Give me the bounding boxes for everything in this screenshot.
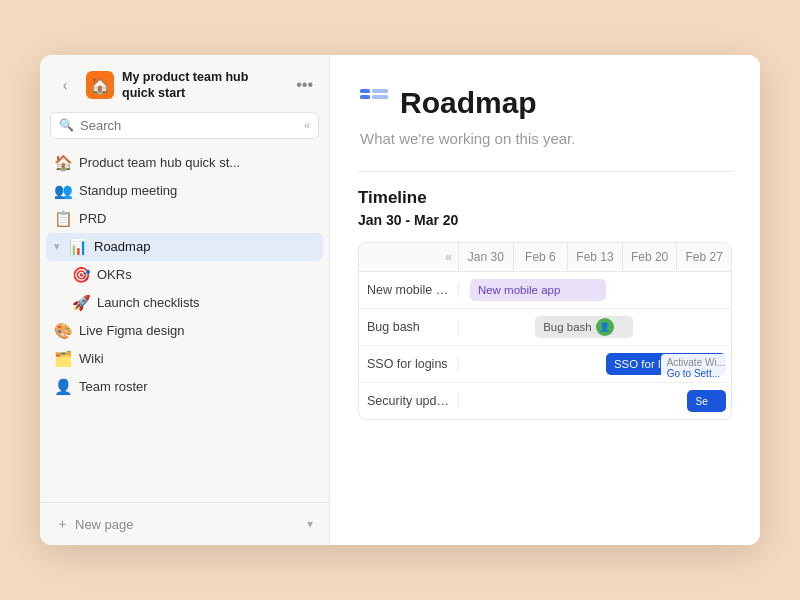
sidebar-item-launch-checklists[interactable]: 🚀 Launch checklists xyxy=(46,289,323,317)
roadmap-icon: 📊 xyxy=(69,238,87,256)
sidebar-item-label: Live Figma design xyxy=(79,323,315,338)
sidebar-item-product-team-hub[interactable]: 🏠 Product team hub quick st... xyxy=(46,149,323,177)
sidebar-item-label: PRD xyxy=(79,211,315,226)
back-button[interactable]: ‹ xyxy=(52,72,78,98)
timeline-row-security-updates: Security updates Se xyxy=(359,383,731,419)
plus-icon: ＋ xyxy=(56,515,69,533)
sidebar-nav: 🏠 Product team hub quick st... 👥 Standup… xyxy=(40,147,329,503)
collapse-sidebar-button[interactable]: « xyxy=(304,119,310,131)
timeline-header: « Jan 30 Feb 6 Feb 13 Feb 20 Feb 27 xyxy=(359,243,731,272)
sidebar-item-team-roster[interactable]: 👤 Team roster xyxy=(46,373,323,401)
sidebar-item-wiki[interactable]: 🗂️ Wiki xyxy=(46,345,323,373)
svg-rect-3 xyxy=(372,95,388,99)
sidebar-item-label: Wiki xyxy=(79,351,315,366)
row-bars-bug-bash: Bug bash 👤 xyxy=(459,309,731,345)
row-label-bug-bash: Bug bash xyxy=(359,320,459,334)
row-label-new-mobile-app: New mobile app xyxy=(359,283,459,297)
people-icon: 👥 xyxy=(54,182,72,200)
wiki-icon: 🗂️ xyxy=(54,350,72,368)
bar-new-mobile-app[interactable]: New mobile app xyxy=(470,279,606,301)
sidebar-item-label: Product team hub quick st... xyxy=(79,155,315,170)
timeline-container: « Jan 30 Feb 6 Feb 13 Feb 20 Feb 27 New … xyxy=(358,242,732,420)
timeline-row-bug-bash: Bug bash Bug bash 👤 xyxy=(359,309,731,346)
sidebar-item-okrs[interactable]: 🎯 OKRs xyxy=(46,261,323,289)
date-cell-feb6: Feb 6 xyxy=(514,243,569,271)
date-cell-feb27: Feb 27 xyxy=(677,243,731,271)
new-page-label: New page xyxy=(75,517,134,532)
sidebar: ‹ 🏠 My product team hub quick start ••• … xyxy=(40,55,330,545)
sidebar-item-label: Standup meeting xyxy=(79,183,315,198)
sidebar-item-prd[interactable]: 📋 PRD xyxy=(46,205,323,233)
timeline-row-sso-for-logins: SSO for logins SSO for logins Activate W… xyxy=(359,346,731,383)
row-bars-sso-for-logins: SSO for logins Activate Wi... Go to Sett… xyxy=(459,346,731,382)
date-range: Jan 30 - Mar 20 xyxy=(358,212,732,228)
bar-label: Bug bash xyxy=(543,321,592,333)
go-to-settings[interactable]: Go to Sett... xyxy=(667,368,725,379)
date-cell-jan30: Jan 30 xyxy=(459,243,514,271)
row-label-sso-for-logins: SSO for logins xyxy=(359,357,459,371)
main-content: Roadmap What we're working on this year.… xyxy=(330,55,760,545)
rocket-icon: 🚀 xyxy=(72,294,90,312)
home-icon: 🏠 xyxy=(54,154,72,172)
clipboard-icon: 📋 xyxy=(54,210,72,228)
main-body: Roadmap What we're working on this year.… xyxy=(330,55,760,545)
page-title: Roadmap xyxy=(400,86,537,120)
more-button[interactable]: ••• xyxy=(292,74,317,96)
svg-rect-0 xyxy=(360,89,370,93)
activate-text: Activate Wi... xyxy=(667,357,725,368)
row-bars-security-updates: Se xyxy=(459,383,731,419)
sidebar-item-label: Team roster xyxy=(79,379,315,394)
chevron-down-icon: ▾ xyxy=(307,517,313,531)
date-cell-feb13: Feb 13 xyxy=(568,243,623,271)
sidebar-item-label: OKRs xyxy=(97,267,315,282)
sidebar-item-live-figma-design[interactable]: 🎨 Live Figma design xyxy=(46,317,323,345)
bar-bug-bash[interactable]: Bug bash 👤 xyxy=(535,316,633,338)
sidebar-header: ‹ 🏠 My product team hub quick start ••• xyxy=(40,55,329,112)
activate-overlay: Activate Wi... Go to Sett... xyxy=(661,354,731,382)
timeline-row-new-mobile-app: New mobile app New mobile app xyxy=(359,272,731,309)
row-bars-new-mobile-app: New mobile app xyxy=(459,272,731,308)
sidebar-item-roadmap[interactable]: ▾ 📊 Roadmap xyxy=(46,233,323,261)
svg-rect-2 xyxy=(372,89,388,93)
search-icon: 🔍 xyxy=(59,118,74,132)
chevron-icon: ▾ xyxy=(54,240,60,253)
workspace-title: My product team hub quick start xyxy=(122,69,284,102)
search-input[interactable] xyxy=(80,118,298,133)
sidebar-item-label: Roadmap xyxy=(94,239,315,254)
avatar-bug-bash: 👤 xyxy=(596,318,614,336)
search-bar: 🔍 « xyxy=(50,112,319,139)
target-icon: 🎯 xyxy=(72,266,90,284)
divider xyxy=(358,171,732,172)
sidebar-item-standup-meeting[interactable]: 👥 Standup meeting xyxy=(46,177,323,205)
section-title: Timeline xyxy=(358,188,732,208)
svg-rect-1 xyxy=(360,95,370,99)
date-cell-feb20: Feb 20 xyxy=(623,243,678,271)
new-page-button[interactable]: ＋ New page ▾ xyxy=(50,511,319,537)
bar-label: Se xyxy=(695,396,707,407)
workspace-icon: 🏠 xyxy=(86,71,114,99)
sidebar-item-label: Launch checklists xyxy=(97,295,315,310)
timeline-date-col: Jan 30 Feb 6 Feb 13 Feb 20 Feb 27 xyxy=(459,243,731,271)
collapse-timeline-button[interactable]: « xyxy=(445,250,452,264)
figma-icon: 🎨 xyxy=(54,322,72,340)
person-icon: 👤 xyxy=(54,378,72,396)
bar-security-updates[interactable]: Se xyxy=(687,390,725,412)
app-window: ‹ 🏠 My product team hub quick start ••• … xyxy=(40,55,760,545)
roadmap-page-icon xyxy=(358,83,390,122)
sidebar-footer: ＋ New page ▾ xyxy=(40,502,329,545)
row-label-security-updates: Security updates xyxy=(359,394,459,408)
timeline-label-col: « xyxy=(359,243,459,271)
page-title-area: Roadmap xyxy=(358,83,732,122)
page-subtitle: What we're working on this year. xyxy=(360,130,732,147)
bar-label: New mobile app xyxy=(478,284,560,296)
